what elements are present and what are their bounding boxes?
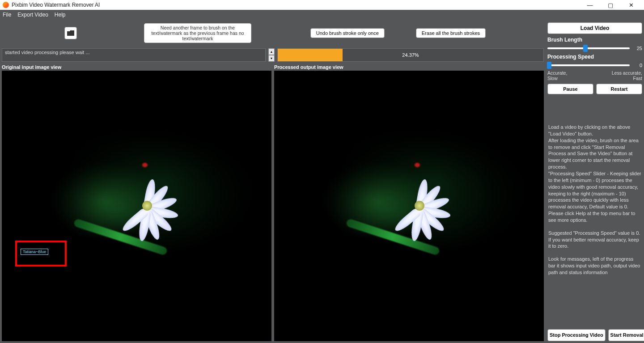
undo-brush-button[interactable]: Undo brush stroke only once [310, 28, 385, 38]
original-view-pane[interactable]: Tatiana~Blue [2, 71, 271, 341]
pause-restart-row: Pause Restart [547, 84, 642, 94]
toolbar-row: Need another frame to brush on the text/… [2, 21, 544, 46]
status-log: started video processing please wait ... [2, 48, 266, 62]
progress-text: 24.37% [278, 52, 543, 58]
watermark-text: Tatiana~Blue [21, 249, 48, 255]
menu-file[interactable]: File [3, 12, 11, 18]
load-video-button[interactable]: Load Video [547, 22, 642, 34]
processing-speed-slider-row: 0 [547, 63, 642, 68]
bottom-buttons: Stop Processing Video Start Removal Proc… [547, 329, 642, 341]
open-folder-button[interactable] [64, 27, 77, 39]
original-view-label: Original input image view [2, 64, 271, 71]
window-title: Pixbim Video Watermark Remover AI [12, 2, 580, 8]
processed-image [274, 71, 544, 341]
brush-length-thumb[interactable] [583, 45, 588, 52]
help-text-3: Look for messages, left of the progress … [547, 254, 642, 278]
menu-export-video[interactable]: Export Video [17, 12, 48, 18]
processing-speed-legend: Accurate, Slow Less accurate, Fast [547, 71, 642, 81]
start-removal-button[interactable]: Start Removal Process and Save the Video [608, 329, 644, 341]
original-image [2, 71, 271, 341]
log-scroll-down[interactable]: ▼ [268, 55, 275, 62]
status-log-line: started video processing please wait ... [5, 50, 263, 55]
processed-view-pane[interactable] [274, 71, 544, 341]
processing-speed-thumb[interactable] [547, 62, 551, 69]
sidebar: Load Video Brush Length 25 Processing Sp… [546, 20, 644, 343]
progress-bar: 24.37% [277, 48, 544, 62]
processing-speed-label: Processing Speed [547, 54, 642, 60]
stop-processing-button[interactable]: Stop Processing Video [547, 329, 606, 341]
speed-legend-left: Accurate, Slow [547, 71, 567, 81]
main-area: Need another frame to brush on the text/… [0, 20, 546, 343]
help-text-2: Suggested "Processing Speed" value is 0.… [547, 228, 642, 252]
speed-legend-right: Less accurate, Fast [612, 71, 642, 81]
menu-help[interactable]: Help [55, 12, 66, 18]
frame-hint-box: Need another frame to brush on the text/… [144, 23, 251, 43]
menubar: File Export Video Help [0, 10, 644, 20]
processing-speed-value: 0 [632, 63, 642, 68]
folder-icon [67, 30, 74, 36]
titlebar: Pixbim Video Watermark Remover AI — ▢ ✕ [0, 0, 644, 10]
pause-button[interactable]: Pause [547, 84, 593, 94]
watermark-highlight-box: Tatiana~Blue [15, 241, 67, 267]
log-scroll-spinner: ▲ ▼ [268, 48, 275, 62]
processed-view-column: Processed output image view [274, 64, 544, 341]
erase-brush-button[interactable]: Erase all the brush strokes [416, 28, 486, 38]
original-view-column: Original input image view [2, 64, 271, 341]
brush-length-value: 25 [632, 46, 642, 51]
maximize-button[interactable]: ▢ [600, 0, 621, 10]
brush-length-label: Brush Length [547, 37, 642, 43]
processed-view-label: Processed output image view [274, 64, 544, 71]
processing-speed-slider[interactable] [547, 64, 630, 66]
app-logo-icon [3, 2, 9, 8]
brush-length-slider-row: 25 [547, 46, 642, 51]
help-text-1: Load a video by clicking on the above "L… [547, 122, 642, 225]
window-controls: — ▢ ✕ [580, 0, 641, 10]
brush-length-slider[interactable] [547, 47, 630, 49]
status-row: started video processing please wait ...… [2, 48, 544, 62]
minimize-button[interactable]: — [580, 0, 600, 10]
views-row: Original input image view [2, 64, 544, 341]
close-button[interactable]: ✕ [621, 0, 641, 10]
restart-button[interactable]: Restart [596, 84, 642, 94]
log-scroll-up[interactable]: ▲ [268, 48, 275, 55]
